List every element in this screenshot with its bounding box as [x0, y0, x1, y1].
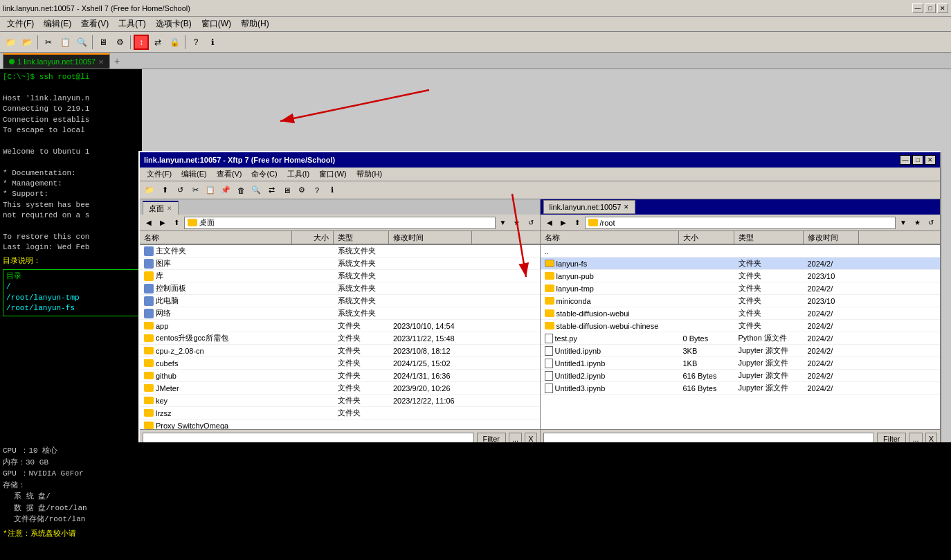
xftp-tb-find[interactable]: 🔍: [249, 183, 263, 197]
local-filter-input[interactable]: [143, 433, 474, 443]
toolbar-xftp-highlighted[interactable]: ↕: [134, 35, 149, 50]
list-item[interactable]: Proxy SwitchyOmega: [140, 419, 540, 429]
xftp-menu-tools[interactable]: 工具(I): [283, 168, 314, 180]
list-item[interactable]: 控制面板 系统文件夹: [140, 282, 540, 295]
remote-tab[interactable]: link.lanyun.net:10057 ✕: [543, 200, 636, 214]
local-filter-ellipsis[interactable]: ...: [509, 433, 522, 443]
list-item[interactable]: lanyun-pub 文件夹 2023/10: [541, 270, 941, 282]
remote-filter-button[interactable]: Filter: [877, 433, 906, 443]
list-item[interactable]: github 文件夹 2024/1/31, 16:36: [140, 370, 540, 382]
menu-help[interactable]: 帮助(H): [237, 17, 273, 31]
menu-window[interactable]: 窗口(W): [197, 17, 235, 31]
menu-edit[interactable]: 编辑(E): [39, 17, 75, 31]
menu-view[interactable]: 查看(V): [77, 17, 113, 31]
xftp-tb-transfer[interactable]: ⇄: [264, 183, 278, 197]
xftp-tb-delete[interactable]: 🗑: [234, 183, 248, 197]
list-item[interactable]: Untitled3.ipynb 616 Bytes Jupyter 源文件 20…: [541, 382, 941, 395]
list-item[interactable]: ..: [541, 245, 941, 258]
list-item[interactable]: cubefs 文件夹 2024/1/25, 15:02: [140, 357, 540, 370]
toolbar-open[interactable]: 📂: [19, 35, 35, 50]
list-item[interactable]: stable-diffusion-webui 文件夹 2024/2/: [541, 307, 941, 320]
remote-address-input[interactable]: /root: [585, 217, 896, 229]
xftp-menu-cmd[interactable]: 命令(C): [247, 168, 281, 180]
list-item[interactable]: lanyun-fs 文件夹 2024/2/: [541, 258, 941, 270]
remote-tab-close[interactable]: ✕: [624, 204, 629, 210]
list-item[interactable]: lrzsz 文件夹: [140, 407, 540, 419]
list-item[interactable]: cpu-z_2.08-cn 文件夹 2023/10/8, 18:12: [140, 345, 540, 357]
menu-tools[interactable]: 工具(T): [114, 17, 150, 31]
xftp-minimize[interactable]: —: [900, 155, 911, 165]
list-item[interactable]: Untitled2.ipynb 616 Bytes Jupyter 源文件 20…: [541, 370, 941, 382]
list-item[interactable]: stable-diffusion-webui-chinese 文件夹 2024/…: [541, 320, 941, 332]
xftp-tb-copy[interactable]: 📋: [203, 183, 217, 197]
xftp-tb-help[interactable]: ?: [310, 183, 324, 197]
list-item[interactable]: app 文件夹 2023/10/10, 14:54: [140, 320, 540, 332]
xftp-menu-edit[interactable]: 编辑(E): [177, 168, 211, 180]
local-tab-desktop[interactable]: 桌面 ✕: [143, 201, 179, 215]
local-nav-fwd[interactable]: ▶: [156, 217, 169, 229]
list-item[interactable]: 主文件夹 系统文件夹: [140, 245, 540, 258]
list-item[interactable]: test.py 0 Bytes Python 源文件 2024/2/: [541, 332, 941, 345]
local-nav-dropdown[interactable]: ▼: [497, 217, 509, 229]
local-address-input[interactable]: 桌面: [184, 217, 496, 229]
xftp-tb-connect[interactable]: 🖥: [280, 183, 293, 197]
toolbar-info[interactable]: ℹ: [205, 35, 220, 50]
maximize-button[interactable]: □: [925, 3, 936, 13]
minimize-button[interactable]: —: [912, 3, 923, 13]
list-item[interactable]: Untitled1.ipynb 1KB Jupyter 源文件 2024/2/: [541, 357, 941, 370]
tab-add-button[interactable]: +: [110, 53, 124, 69]
xftp-menu-window[interactable]: 窗口(W): [315, 168, 351, 180]
remote-nav-up[interactable]: ⬆: [571, 217, 583, 229]
local-nav-back[interactable]: ◀: [143, 217, 155, 229]
local-nav-bookmark[interactable]: ★: [511, 217, 523, 229]
remote-nav-fwd[interactable]: ▶: [557, 217, 570, 229]
menu-tabs[interactable]: 选项卡(B): [152, 17, 196, 31]
local-filter-clear[interactable]: X: [525, 433, 536, 443]
tab-session[interactable]: 1 link.lanyun.net:10057 ✕: [3, 53, 110, 69]
list-item[interactable]: 此电脑 系统文件夹: [140, 295, 540, 307]
list-item[interactable]: key 文件夹 2023/12/22, 11:06: [140, 395, 540, 407]
remote-nav-dropdown[interactable]: ▼: [897, 217, 909, 229]
toolbar-transfer[interactable]: ⇄: [150, 35, 165, 50]
toolbar-find[interactable]: 🔍: [74, 35, 89, 50]
list-item[interactable]: Untitled.ipynb 3KB Jupyter 源文件 2024/2/: [541, 345, 941, 357]
xftp-maximize[interactable]: □: [912, 155, 923, 165]
local-nav-refresh[interactable]: ↺: [525, 217, 537, 229]
xftp-tb-paste[interactable]: 📌: [219, 183, 233, 197]
xftp-tb-refresh[interactable]: ↺: [173, 183, 187, 197]
toolbar-help[interactable]: ?: [188, 35, 203, 50]
local-filter-button[interactable]: Filter: [477, 433, 506, 443]
xftp-tb-cut[interactable]: ✂: [188, 183, 202, 197]
list-item[interactable]: miniconda 文件夹 2023/10: [541, 295, 941, 307]
xftp-menu-view[interactable]: 查看(V): [212, 168, 246, 180]
list-item[interactable]: centos升级gcc所需包 文件夹 2023/11/22, 15:48: [140, 332, 540, 345]
xftp-tb-new[interactable]: 📁: [143, 183, 156, 197]
toolbar-lock[interactable]: 🔒: [167, 35, 182, 50]
list-item[interactable]: 库 系统文件夹: [140, 270, 540, 282]
remote-filter-ellipsis[interactable]: ...: [909, 433, 922, 443]
list-item[interactable]: 图库 系统文件夹: [140, 258, 540, 270]
toolbar-copy[interactable]: 📋: [57, 35, 73, 50]
xftp-tb-up[interactable]: ⬆: [158, 183, 172, 197]
toolbar-cut[interactable]: ✂: [41, 35, 56, 50]
remote-nav-refresh[interactable]: ↺: [925, 217, 937, 229]
xftp-tb-info[interactable]: ℹ: [325, 183, 339, 197]
list-item[interactable]: JMeter 文件夹 2023/9/20, 10:26: [140, 382, 540, 395]
xftp-tb-settings[interactable]: ⚙: [295, 183, 309, 197]
toolbar-new[interactable]: 📁: [3, 35, 18, 50]
menu-file[interactable]: 文件(F): [3, 17, 38, 31]
xftp-close[interactable]: ✕: [925, 155, 936, 165]
list-item[interactable]: lanyun-tmp 文件夹 2024/2/: [541, 282, 941, 295]
list-item[interactable]: 网络 系统文件夹: [140, 307, 540, 320]
toolbar-settings[interactable]: ⚙: [112, 35, 127, 50]
tab-close-icon[interactable]: ✕: [98, 58, 104, 66]
local-tab-close[interactable]: ✕: [167, 205, 172, 212]
toolbar-connect[interactable]: 🖥: [96, 35, 111, 50]
xftp-menu-file[interactable]: 文件(F): [143, 168, 176, 180]
remote-filter-clear[interactable]: X: [925, 433, 937, 443]
remote-nav-bookmark[interactable]: ★: [911, 217, 923, 229]
close-button[interactable]: ✕: [937, 3, 948, 13]
remote-nav-back[interactable]: ◀: [543, 217, 556, 229]
remote-filter-input[interactable]: [543, 433, 875, 443]
xftp-menu-help[interactable]: 帮助(H): [352, 168, 386, 180]
